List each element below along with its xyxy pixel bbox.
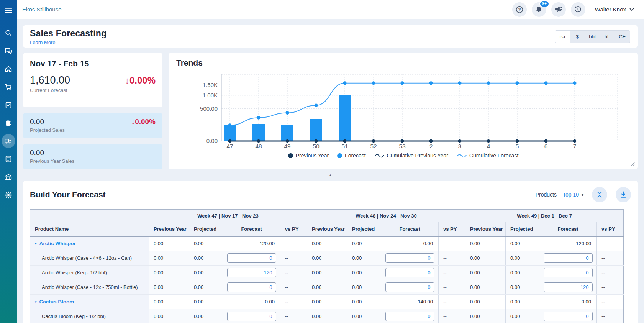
help-button[interactable]: ?: [512, 2, 527, 17]
unit-toggle: ea$bblhLCE: [555, 30, 630, 43]
legend-item[interactable]: Cumulative Forecast: [457, 152, 518, 159]
product-sku-name: Arctic Whisper (Case - 12x - 750ml - Bot…: [42, 284, 138, 290]
projected-cell: 0.00: [347, 309, 381, 323]
forecast-input[interactable]: [385, 282, 434, 292]
sidebar-item-sales[interactable]: [2, 80, 15, 94]
projected-cell: 0.00: [347, 251, 381, 266]
search-icon: [4, 29, 13, 37]
user-menu[interactable]: Walter Knox: [595, 6, 634, 13]
date-range: Nov 17 - Feb 15: [30, 59, 156, 68]
legend-item[interactable]: Forecast: [337, 152, 365, 159]
svg-text:7: 7: [573, 143, 577, 149]
forecast-input[interactable]: [544, 282, 593, 292]
vs-py-cell: --: [597, 251, 624, 266]
previous-year-cell: 0.00: [307, 251, 347, 266]
projected-cell: 0.00: [189, 266, 223, 280]
vs-py-cell: --: [439, 309, 465, 323]
product-group-link[interactable]: Cactus Bloom: [39, 299, 74, 305]
column-header-vs-py: vs PY: [280, 222, 307, 236]
column-header-forecast: Forecast: [381, 222, 439, 236]
product-group-row: ▾Arctic Whisper0.000.00120.00--0.000.000…: [30, 236, 624, 251]
sidebar-item-reports[interactable]: [2, 152, 15, 166]
forecast-input[interactable]: [227, 312, 276, 321]
product-sku-name: Arctic Whisper (Keg - 1/2 bbl): [42, 270, 107, 275]
svg-text:4: 4: [487, 143, 490, 149]
previous-year-cell: 0.00: [465, 266, 506, 280]
trends-title: Trends: [176, 58, 630, 67]
svg-text:3: 3: [458, 143, 462, 149]
gear-icon: [4, 191, 13, 199]
notification-badge: 9+: [539, 0, 549, 7]
sidebar-item-search[interactable]: [2, 26, 15, 40]
product-sku-name: Cactus Bloom (Keg - 1/2 bbl): [42, 313, 106, 319]
history-button[interactable]: [571, 2, 585, 17]
announcements-button[interactable]: [551, 2, 566, 17]
sidebar-item-settings[interactable]: [2, 188, 15, 202]
sidebar-item-distribution[interactable]: [2, 134, 15, 148]
vs-py-cell: --: [280, 236, 307, 251]
history-icon: [574, 5, 582, 14]
sidebar-item-production[interactable]: [2, 116, 15, 130]
previous-year-cell: 0.00: [307, 280, 347, 295]
previous-year-sales-card: 0.00 Previous Year Sales: [23, 144, 162, 169]
clipboard-check-icon: [4, 101, 13, 109]
svg-text:5: 5: [516, 143, 519, 149]
unit-option-bbl[interactable]: bbl: [585, 31, 600, 43]
vs-py-cell: --: [439, 266, 465, 280]
forecast-input[interactable]: [385, 312, 434, 321]
legend-dot-icon: [288, 153, 293, 158]
collapse-icon: [596, 191, 603, 198]
expand-caret-icon[interactable]: ▾: [35, 242, 37, 246]
forecast-input[interactable]: [227, 253, 276, 263]
column-header-projected: Projected: [506, 222, 539, 236]
legend-dot-icon: [337, 153, 342, 158]
svg-text:?: ?: [518, 7, 521, 12]
week-group-header: Week 47 | Nov 17 - Nov 23: [149, 210, 307, 222]
topbar-actions: ? 9+: [512, 2, 634, 17]
vs-py-cell: --: [280, 266, 307, 280]
unit-option-usd[interactable]: $: [570, 31, 585, 43]
menu-icon[interactable]: [2, 5, 15, 16]
projected-cell: 0.00: [347, 266, 381, 280]
column-header-projected: Projected: [189, 222, 223, 236]
product-group-link[interactable]: Arctic Whisper: [39, 241, 76, 246]
products-filter-dropdown[interactable]: Top 10 ▾: [563, 192, 583, 198]
previous-year-cell: 0.00: [307, 309, 347, 323]
sidebar-item-accounting[interactable]: [2, 170, 15, 184]
sidebar-item-messages[interactable]: [2, 44, 15, 58]
forecast-input[interactable]: [544, 253, 593, 263]
notifications-button[interactable]: 9+: [532, 2, 546, 17]
projected-cell: 0.00: [189, 251, 223, 266]
forecast-input[interactable]: [544, 312, 593, 321]
collapse-rows-button[interactable]: [592, 187, 607, 202]
forecast-input[interactable]: [544, 268, 593, 277]
app-root: Ekos Stillhouse ? 9+: [0, 0, 644, 323]
legend-item[interactable]: Previous Year: [288, 152, 329, 159]
table-corner: [30, 210, 149, 222]
forecast-input[interactable]: [227, 282, 276, 292]
collapse-panel-arrow-icon[interactable]: ▲: [329, 173, 332, 177]
sidebar-item-home[interactable]: [2, 62, 15, 76]
forecast-input[interactable]: [385, 268, 434, 277]
previous-year-cell: 0.00: [307, 266, 347, 280]
unit-option-hL[interactable]: hL: [600, 31, 615, 43]
forecast-total-cell: 120.00: [223, 236, 280, 251]
svg-text:47: 47: [226, 143, 233, 149]
unit-option-CE[interactable]: CE: [615, 31, 630, 43]
trends-card: Trends 0.00500.001.00K1.50K4748495051525…: [169, 53, 638, 169]
forecast-input[interactable]: [227, 268, 276, 277]
expand-caret-icon[interactable]: ▾: [35, 300, 37, 304]
forecast-input[interactable]: [385, 253, 434, 263]
download-button[interactable]: [616, 187, 631, 202]
legend-item[interactable]: Cumulative Previous Year: [374, 152, 448, 159]
sidebar: [0, 0, 17, 323]
vs-py-cell: --: [280, 280, 307, 295]
learn-more-link[interactable]: Learn More: [30, 39, 107, 45]
resize-handle-icon[interactable]: [631, 161, 635, 167]
column-header-vs-py: vs PY: [439, 222, 465, 236]
projected-cell: 0.00: [506, 295, 539, 309]
svg-text:6: 6: [544, 143, 548, 149]
sidebar-item-tasks[interactable]: [2, 98, 15, 112]
unit-option-ea[interactable]: ea: [555, 31, 570, 43]
legend-line-icon: [374, 153, 384, 158]
